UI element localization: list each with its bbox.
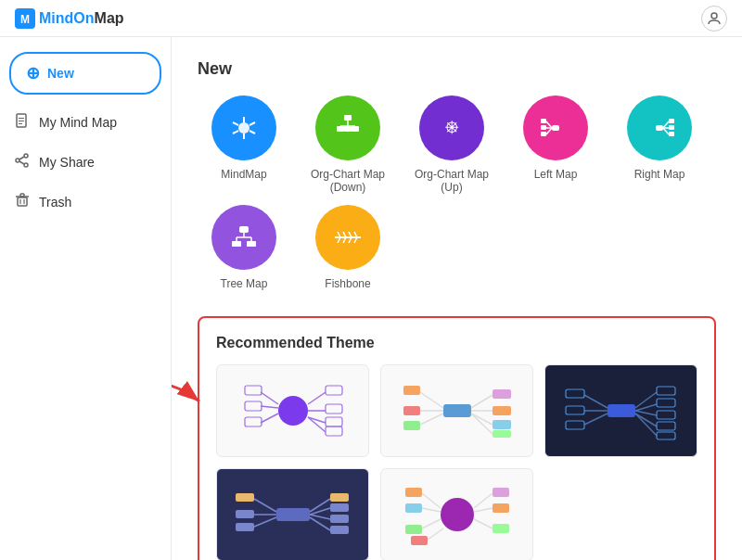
svg-rect-31 [552, 125, 559, 131]
svg-line-67 [261, 414, 278, 423]
svg-rect-5 [19, 121, 24, 121]
svg-line-69 [308, 392, 326, 404]
svg-rect-27 [337, 126, 344, 132]
svg-line-116 [310, 499, 330, 512]
svg-rect-64 [245, 386, 262, 395]
new-section-title: New [198, 59, 716, 79]
svg-rect-128 [405, 503, 422, 513]
share-icon [15, 153, 30, 171]
svg-line-93 [584, 395, 608, 408]
svg-rect-119 [330, 503, 349, 512]
svg-rect-37 [541, 132, 546, 136]
svg-line-133 [474, 493, 493, 508]
svg-line-110 [254, 499, 276, 512]
svg-point-9 [24, 163, 28, 167]
theme-grid [216, 364, 697, 560]
svg-line-34 [546, 128, 552, 134]
svg-line-32 [546, 121, 552, 128]
map-type-right-map[interactable]: Right Map [613, 95, 706, 194]
svg-rect-6 [19, 123, 22, 124]
user-avatar[interactable] [701, 6, 727, 32]
map-type-org-chart-down[interactable]: Org-Chart Map(Down) [301, 95, 394, 194]
svg-rect-77 [443, 404, 471, 417]
plus-icon: ⊕ [26, 63, 40, 83]
svg-rect-134 [493, 488, 509, 497]
tree-map-label: Tree Map [221, 277, 268, 290]
svg-line-22 [233, 131, 238, 134]
svg-point-8 [16, 159, 19, 162]
svg-point-7 [24, 154, 28, 158]
sidebar-item-trash[interactable]: Trash [0, 182, 171, 222]
svg-line-137 [474, 519, 493, 528]
theme-card-2[interactable] [380, 364, 533, 457]
my-mind-map-label: My Mind Map [39, 115, 117, 130]
svg-rect-108 [657, 432, 675, 439]
svg-rect-94 [566, 389, 584, 398]
svg-line-10 [19, 157, 24, 159]
file-icon [15, 113, 30, 131]
svg-point-62 [278, 396, 308, 426]
svg-point-124 [441, 498, 474, 531]
sidebar-item-my-share[interactable]: My Share [0, 142, 171, 182]
svg-rect-45 [239, 226, 249, 233]
mindmap-icon [211, 95, 276, 160]
svg-rect-109 [276, 508, 310, 521]
svg-line-65 [261, 406, 278, 408]
org-chart-up-icon: ⎈ [419, 95, 484, 160]
theme-card-4[interactable] [216, 468, 369, 560]
map-type-org-chart-up[interactable]: ⎈ Org-Chart Map (Up) [405, 95, 498, 194]
recommended-theme-section: Recommended Theme [198, 316, 716, 560]
theme-card-5[interactable] [380, 468, 533, 560]
right-map-label: Right Map [634, 168, 685, 181]
svg-line-63 [261, 392, 278, 404]
svg-line-131 [428, 528, 443, 540]
svg-rect-4 [19, 118, 24, 119]
recommended-title: Recommended Theme [216, 335, 697, 351]
svg-point-2 [711, 13, 717, 19]
sidebar-item-my-mind-map[interactable]: My Mind Map [0, 102, 171, 142]
svg-rect-72 [326, 404, 342, 414]
svg-rect-113 [236, 510, 254, 518]
theme-card-1[interactable] [216, 364, 369, 457]
fishbone-label: Fishbone [325, 277, 370, 290]
svg-rect-106 [657, 422, 675, 430]
svg-rect-35 [541, 119, 546, 123]
svg-text:M: M [20, 13, 30, 26]
left-map-icon [523, 95, 588, 160]
trash-icon [15, 193, 30, 210]
svg-line-41 [663, 128, 669, 134]
left-map-label: Left Map [534, 168, 578, 181]
svg-rect-115 [236, 523, 254, 531]
svg-line-23 [233, 122, 238, 125]
arrow-indicator [172, 374, 204, 414]
svg-rect-76 [326, 426, 342, 436]
svg-rect-121 [330, 515, 349, 523]
svg-rect-98 [566, 421, 584, 429]
svg-line-84 [471, 395, 493, 408]
svg-rect-104 [657, 411, 675, 419]
map-type-left-map[interactable]: Left Map [509, 95, 602, 194]
svg-rect-79 [403, 386, 420, 395]
map-type-fishbone[interactable]: Fishbone [301, 205, 394, 290]
svg-line-19 [249, 122, 255, 125]
svg-rect-126 [405, 488, 422, 497]
svg-line-114 [254, 517, 276, 527]
svg-rect-42 [669, 119, 674, 123]
org-chart-down-icon [315, 95, 380, 160]
org-chart-up-label: Org-Chart Map (Up) [405, 168, 498, 194]
theme-card-3[interactable] [544, 364, 697, 457]
main-layout: ⊕ New My Mind Map My Share [0, 37, 742, 560]
svg-text:⎈: ⎈ [445, 113, 459, 138]
svg-rect-96 [566, 406, 584, 414]
svg-rect-29 [352, 126, 359, 132]
svg-point-17 [238, 122, 249, 134]
sidebar-item-new[interactable]: ⊕ New [9, 52, 161, 95]
svg-rect-81 [403, 406, 420, 415]
svg-rect-102 [657, 399, 675, 407]
svg-line-127 [422, 508, 441, 512]
map-type-mindmap[interactable]: MindMap [198, 95, 290, 194]
tree-map-icon [211, 205, 276, 270]
svg-rect-123 [330, 526, 349, 534]
mindmap-label: MindMap [221, 168, 266, 181]
map-type-tree-map[interactable]: Tree Map [198, 205, 290, 290]
